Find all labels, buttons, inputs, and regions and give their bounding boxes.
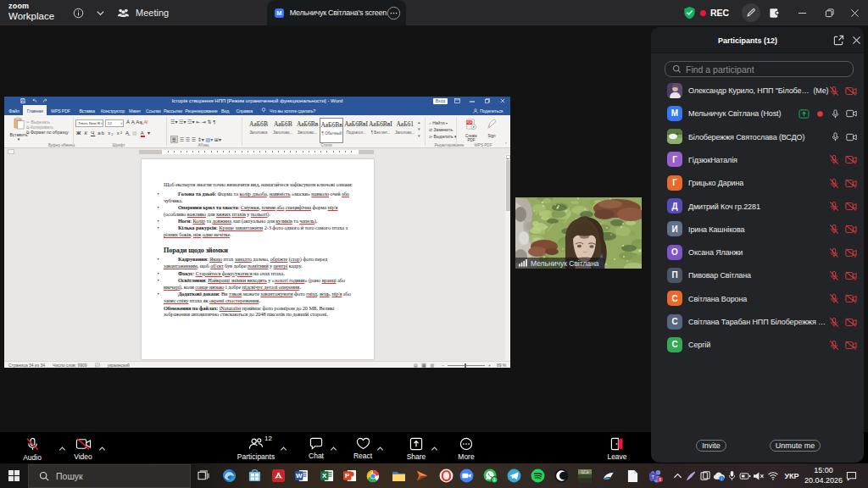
svg-text:T: T: [651, 474, 654, 480]
svg-text:SNAP: SNAP: [581, 470, 589, 474]
svg-text:W: W: [296, 472, 303, 480]
svg-text:1: 1: [492, 477, 495, 482]
svg-text:PDF: PDF: [466, 121, 472, 125]
svg-text:P: P: [345, 472, 350, 480]
svg-text:X: X: [322, 472, 327, 480]
svg-text:6: 6: [659, 478, 661, 482]
svg-text:i: i: [721, 476, 721, 480]
